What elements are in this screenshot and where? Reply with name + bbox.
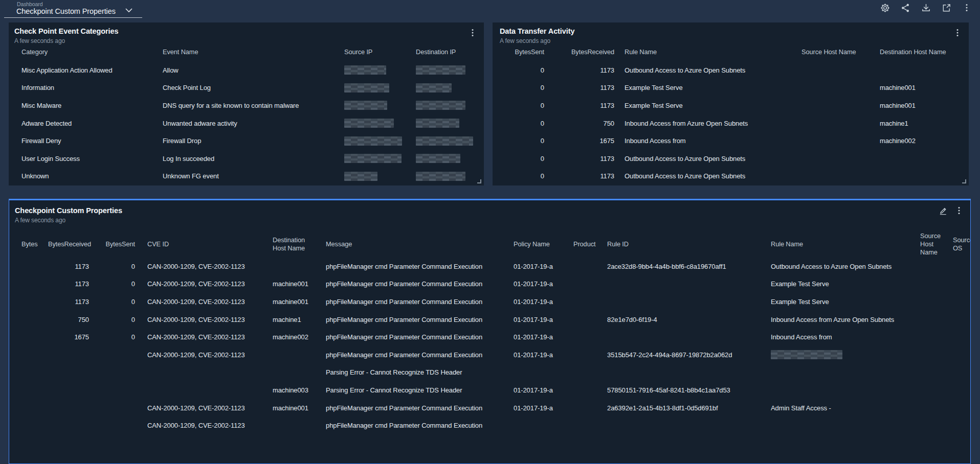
redacted-value xyxy=(771,350,842,359)
widget-overflow-button[interactable] xyxy=(949,26,966,40)
column-header[interactable]: Bytes xyxy=(21,240,40,248)
table-cell: 01-2017-19-a xyxy=(514,280,565,288)
table-cell: Example Test Serve xyxy=(771,280,912,288)
table-cell: CAN-2000-1209, CVE-2002-1123 xyxy=(147,404,264,412)
table-cell: Unknown xyxy=(21,172,163,180)
redacted-value xyxy=(416,101,465,110)
launch-button[interactable] xyxy=(936,1,956,14)
table-cell: Firewall Drop xyxy=(163,137,344,145)
table-cell xyxy=(416,154,484,163)
table-cell xyxy=(416,119,484,128)
settings-button[interactable] xyxy=(875,1,895,14)
dashboard-eyebrow: Dashboard xyxy=(17,1,42,7)
widget-overflow-button[interactable] xyxy=(464,26,481,40)
column-header[interactable]: Source Host Name xyxy=(920,232,945,257)
table-cell: machine002 xyxy=(880,137,969,145)
column-header[interactable]: BytesReceived xyxy=(554,48,616,56)
table-row: CAN-2000-1209, CVE-2002-1123phpFileManag… xyxy=(9,346,970,364)
table-row: 01173Example Test Servemachine001 xyxy=(493,79,969,97)
table-row: Firewall DenyFirewall Drop xyxy=(9,132,484,150)
table-row: CAN-2000-1209, CVE-2002-1123machine001ph… xyxy=(9,399,970,417)
share-button[interactable] xyxy=(895,1,916,14)
table-row: 11730CAN-2000-1209, CVE-2002-1123machine… xyxy=(9,293,970,311)
table-cell: phpFileManager cmd Parameter Command Exe… xyxy=(326,263,505,270)
table-cell xyxy=(416,172,484,181)
column-header[interactable]: Source OS xyxy=(953,236,970,252)
table-cell: 0 xyxy=(101,263,139,270)
table-cell: phpFileManager cmd Parameter Command Exe… xyxy=(326,422,505,429)
custom-properties-table: BytesBytesReceivedBytesSentCVE IDDestina… xyxy=(9,231,970,463)
redacted-value xyxy=(416,83,452,92)
table-cell: machine001 xyxy=(273,404,318,412)
event-categories-table: CategoryEvent NameSource IPDestination I… xyxy=(9,43,484,185)
table-cell: 01-2017-19-a xyxy=(514,298,565,306)
table-cell xyxy=(771,350,912,359)
column-header[interactable]: Category xyxy=(21,48,163,56)
table-cell xyxy=(344,136,416,146)
redacted-value xyxy=(344,83,389,92)
column-header[interactable]: Policy Name xyxy=(514,240,565,248)
resize-handle[interactable] xyxy=(477,179,481,183)
dashboard-selector[interactable]: Dashboard Checkpoint Custom Properties xyxy=(4,0,142,18)
column-header[interactable]: Message xyxy=(326,240,505,248)
widget-overflow-button[interactable] xyxy=(951,203,967,218)
column-header[interactable]: BytesSent xyxy=(101,240,139,248)
column-header[interactable]: Event Name xyxy=(163,48,344,56)
resize-handle[interactable] xyxy=(962,179,966,183)
column-header[interactable]: Product xyxy=(573,240,599,248)
table-cell: Unknown FG event xyxy=(163,172,344,180)
download-icon xyxy=(921,3,931,13)
column-header[interactable]: Destination Host Name xyxy=(880,48,969,56)
table-row: 01173Outbound Access to Azure Open Subne… xyxy=(493,168,969,185)
table-cell: 0 xyxy=(508,137,546,145)
column-header[interactable]: BytesReceived xyxy=(48,240,93,248)
table-cell: 0 xyxy=(508,84,546,91)
column-header[interactable]: Rule ID xyxy=(607,240,763,248)
kebab-icon xyxy=(954,206,964,215)
table-cell: 750 xyxy=(554,120,616,127)
widget-data-transfer: Data Transfer Activity A few seconds ago… xyxy=(493,22,969,185)
table-cell: Parsing Error - Cannot Recognize TDS Hea… xyxy=(326,368,505,376)
column-header[interactable]: Source IP xyxy=(344,48,416,56)
table-cell: Inbound Access from xyxy=(771,333,912,341)
column-header[interactable]: Destination Host Name xyxy=(273,236,318,252)
table-cell: DNS query for a site known to contain ma… xyxy=(163,102,344,109)
pencil-icon xyxy=(938,206,948,216)
table-cell: 0 xyxy=(508,155,546,163)
dashboard-selector-underline xyxy=(4,17,142,18)
column-header[interactable]: Rule Name xyxy=(625,48,793,56)
table-row: InformationCheck Point Log xyxy=(9,79,484,97)
table-cell: CAN-2000-1209, CVE-2002-1123 xyxy=(147,351,264,359)
column-header[interactable]: Destination IP xyxy=(416,48,484,56)
column-header[interactable]: Rule Name xyxy=(771,240,912,248)
table-row: machine003Parsing Error - Cannot Recogni… xyxy=(9,381,970,399)
overflow-menu-button[interactable] xyxy=(956,1,977,14)
redacted-value xyxy=(416,65,465,75)
table-row: 01173Outbound Access to Azure Open Subne… xyxy=(493,150,969,168)
redacted-value xyxy=(344,119,394,128)
dashboard-title: Checkpoint Custom Properties xyxy=(16,7,116,15)
column-header[interactable]: Source Host Name xyxy=(801,48,872,56)
table-cell: Unwanted adware activity xyxy=(163,120,344,127)
table-cell: machine001 xyxy=(273,280,318,288)
topbar: Dashboard Checkpoint Custom Properties xyxy=(0,0,980,22)
download-button[interactable] xyxy=(916,1,936,14)
table-cell: 1675 xyxy=(554,137,616,145)
table-row: Parsing Error - Cannot Recognize TDS Hea… xyxy=(9,364,970,382)
table-cell: Firewall Deny xyxy=(21,137,163,145)
table-cell: Example Test Serve xyxy=(771,298,912,306)
widget-event-categories: Check Point Event Categories A few secon… xyxy=(9,22,484,185)
edit-widget-button[interactable] xyxy=(934,203,951,218)
table-cell: Example Test Serve xyxy=(625,84,793,91)
column-header[interactable]: BytesSent xyxy=(508,48,546,56)
table-header-row: BytesBytesReceivedBytesSentCVE IDDestina… xyxy=(9,231,970,258)
table-row: User Login SuccessLog In succeeded xyxy=(9,150,484,168)
table-header-row: CategoryEvent NameSource IPDestination I… xyxy=(9,43,484,61)
table-row: 11730CAN-2000-1209, CVE-2002-1123machine… xyxy=(9,275,970,293)
topbar-actions xyxy=(875,1,977,14)
widget-title: Checkpoint Custom Properties xyxy=(15,206,122,215)
table-cell: phpFileManager cmd Parameter Command Exe… xyxy=(326,316,505,323)
table-cell: Inbound Access from Azure Open Subnets xyxy=(771,316,912,323)
column-header[interactable]: CVE ID xyxy=(147,240,264,248)
redacted-value xyxy=(344,101,387,110)
